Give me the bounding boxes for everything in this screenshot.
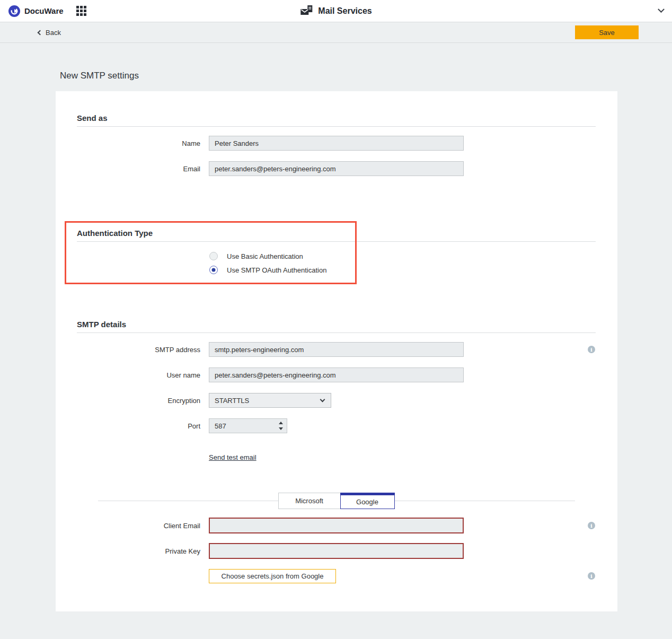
send-test-email-link[interactable]: Send test email — [209, 453, 257, 461]
step-up-icon[interactable] — [279, 422, 283, 424]
section-google: Client Email i Private Key Choose secret… — [77, 518, 596, 583]
smtp-address-row: SMTP address i — [77, 342, 596, 357]
docuware-logo-icon — [8, 5, 20, 17]
choose-secrets-row: Choose secrets.json from Google i — [209, 568, 596, 583]
basic-auth-radio[interactable] — [209, 252, 218, 260]
app-header: Mail Services — [300, 5, 372, 16]
name-input[interactable] — [209, 136, 464, 151]
chevron-down-icon — [320, 397, 325, 402]
encryption-row: Encryption STARTTLS — [77, 393, 596, 408]
back-button[interactable]: Back — [38, 29, 61, 37]
user-name-label: User name — [77, 371, 200, 379]
save-button[interactable]: Save — [575, 25, 639, 39]
client-email-label: Client Email — [77, 522, 200, 530]
port-value: 587 — [215, 422, 226, 430]
tab-google[interactable]: Google — [340, 493, 395, 509]
name-label: Name — [77, 139, 200, 147]
app-title: Mail Services — [318, 6, 372, 16]
chevron-left-icon — [38, 30, 43, 35]
email-input[interactable] — [209, 161, 464, 176]
smtp-details-heading: SMTP details — [77, 320, 596, 329]
divider — [77, 332, 596, 333]
basic-auth-option[interactable]: Use Basic Authentication — [77, 252, 596, 260]
divider — [77, 126, 596, 127]
section-send-as: Send as Name Email — [77, 113, 596, 187]
up-down-arrows-icon — [279, 422, 283, 430]
oauth-auth-label: Use SMTP OAuth Authentication — [227, 266, 326, 274]
encryption-value: STARTTLS — [215, 397, 249, 405]
page-title: New SMTP settings — [60, 71, 672, 81]
email-label: Email — [77, 165, 200, 173]
basic-auth-label: Use Basic Authentication — [227, 252, 303, 260]
info-icon[interactable]: i — [588, 572, 595, 580]
email-row: Email — [77, 161, 596, 176]
port-label: Port — [77, 422, 200, 430]
private-key-input[interactable] — [209, 543, 464, 559]
provider-tabs: Microsoft Google — [77, 493, 596, 509]
step-down-icon[interactable] — [279, 427, 283, 430]
chevron-down-icon[interactable] — [658, 6, 665, 13]
info-icon[interactable]: i — [588, 346, 595, 353]
encryption-select[interactable]: STARTTLS — [209, 393, 331, 408]
main-content: New SMTP settings Send as Name Email Aut… — [0, 71, 672, 611]
port-row: Port 587 — [77, 418, 596, 433]
client-email-row: Client Email i — [77, 518, 596, 533]
top-bar: DocuWare Mail Services — [0, 0, 672, 22]
info-icon[interactable]: i — [588, 522, 595, 529]
action-toolbar: Back Save — [0, 22, 672, 43]
mail-envelope-icon — [300, 5, 313, 16]
smtp-address-input[interactable] — [209, 342, 464, 357]
name-row: Name — [77, 136, 596, 151]
choose-secrets-button[interactable]: Choose secrets.json from Google — [209, 569, 336, 583]
authentication-type-heading: Authentication Type — [77, 229, 596, 238]
oauth-auth-option[interactable]: Use SMTP OAuth Authentication — [77, 266, 596, 274]
port-stepper[interactable]: 587 — [209, 418, 287, 433]
section-smtp-details: SMTP details SMTP address i User name En… — [77, 320, 596, 461]
tab-microsoft[interactable]: Microsoft — [278, 493, 340, 509]
user-name-input[interactable] — [209, 367, 464, 382]
back-label: Back — [46, 29, 61, 37]
smtp-address-label: SMTP address — [77, 346, 200, 354]
private-key-label: Private Key — [77, 547, 200, 555]
section-authentication-type: Authentication Type Use Basic Authentica… — [77, 229, 596, 279]
divider — [77, 241, 596, 242]
oauth-auth-radio[interactable] — [209, 266, 218, 274]
encryption-label: Encryption — [77, 397, 200, 405]
send-as-heading: Send as — [77, 113, 596, 122]
brand-name: DocuWare — [24, 6, 64, 15]
settings-card: Send as Name Email Authentication Type — [56, 91, 617, 611]
user-name-row: User name — [77, 367, 596, 382]
docuware-logo[interactable]: DocuWare — [8, 5, 64, 17]
apps-grid-icon[interactable] — [76, 6, 86, 16]
private-key-row: Private Key — [77, 543, 596, 559]
client-email-input[interactable] — [209, 518, 464, 533]
